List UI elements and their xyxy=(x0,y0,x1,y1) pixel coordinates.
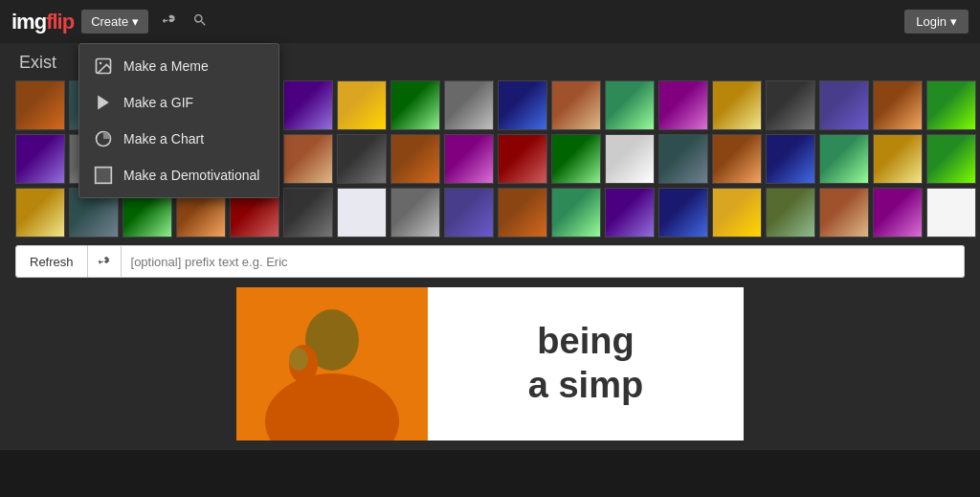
header: imgflip Create ▾ Login ▾ xyxy=(0,0,980,43)
template-thumb[interactable] xyxy=(283,80,333,130)
svg-rect-4 xyxy=(96,168,112,184)
create-caret-icon: ▾ xyxy=(132,14,139,29)
menu-item-gif-label: Make a GIF xyxy=(123,95,193,110)
svg-point-1 xyxy=(100,62,102,65)
create-label: Create xyxy=(91,14,128,29)
template-thumb[interactable] xyxy=(926,188,976,237)
search-icon xyxy=(192,12,208,28)
template-thumb[interactable] xyxy=(444,188,494,237)
create-button[interactable]: Create ▾ xyxy=(81,10,148,34)
template-thumb[interactable] xyxy=(337,188,387,237)
login-button[interactable]: Login ▾ xyxy=(904,10,969,34)
template-thumb[interactable] xyxy=(605,188,655,237)
shuffle-refresh-button[interactable] xyxy=(88,245,122,278)
meme-image xyxy=(236,287,428,441)
template-thumb[interactable] xyxy=(873,134,923,184)
template-thumb[interactable] xyxy=(712,188,762,237)
menu-item-meme-label: Make a Meme xyxy=(123,58,209,74)
template-thumb[interactable] xyxy=(819,80,869,130)
menu-item-chart-label: Make a Chart xyxy=(123,131,204,147)
shuffle-header-button[interactable] xyxy=(156,9,183,35)
login-caret-icon: ▾ xyxy=(950,14,957,29)
menu-item-meme[interactable]: Make a Meme xyxy=(79,48,278,84)
menu-item-demotivational[interactable]: Make a Demotivational xyxy=(79,157,278,193)
template-thumb[interactable] xyxy=(390,188,440,237)
template-thumb[interactable] xyxy=(766,134,815,184)
meme-caption-line1: being xyxy=(537,321,634,361)
create-dropdown-menu: Make a Meme Make a GIF Make a Chart Make… xyxy=(78,43,279,198)
template-thumb[interactable] xyxy=(605,134,655,184)
logo-img-part: img xyxy=(11,10,46,34)
template-thumb[interactable] xyxy=(766,188,815,237)
template-thumb[interactable] xyxy=(926,134,976,184)
logo[interactable]: imgflip xyxy=(11,10,74,34)
template-thumb[interactable] xyxy=(551,188,601,237)
template-thumb[interactable] xyxy=(15,134,65,184)
shuffle-icon xyxy=(162,12,177,28)
template-thumb[interactable] xyxy=(658,188,708,237)
template-thumb[interactable] xyxy=(498,80,547,130)
menu-item-gif[interactable]: Make a GIF xyxy=(79,84,278,121)
template-thumb[interactable] xyxy=(283,188,333,237)
drake-svg xyxy=(236,287,428,441)
logo-flip-part: flip xyxy=(46,10,74,34)
template-thumb[interactable] xyxy=(873,80,923,130)
template-thumb[interactable] xyxy=(337,134,387,184)
template-thumb[interactable] xyxy=(498,188,547,237)
refresh-bar: Refresh xyxy=(15,245,965,278)
template-thumb[interactable] xyxy=(15,188,65,237)
template-thumb[interactable] xyxy=(819,134,869,184)
meme-caption-line2: a simp xyxy=(528,365,643,405)
film-icon xyxy=(93,92,114,113)
svg-point-9 xyxy=(289,348,308,371)
meme-caption: being a simp xyxy=(528,320,643,407)
menu-item-chart[interactable]: Make a Chart xyxy=(79,121,278,157)
template-thumb[interactable] xyxy=(712,80,762,130)
template-thumb[interactable] xyxy=(658,80,708,130)
image-icon xyxy=(93,56,114,77)
template-thumb[interactable] xyxy=(444,80,494,130)
template-thumb[interactable] xyxy=(766,80,815,130)
template-thumb[interactable] xyxy=(551,80,601,130)
search-button[interactable] xyxy=(187,9,213,35)
prefix-input[interactable] xyxy=(122,245,965,278)
template-thumb[interactable] xyxy=(873,188,923,237)
menu-item-demotivational-label: Make a Demotivational xyxy=(123,168,259,183)
svg-marker-2 xyxy=(98,96,109,110)
template-thumb[interactable] xyxy=(658,134,708,184)
shuffle-refresh-icon xyxy=(98,255,111,268)
logo-text: imgflip xyxy=(11,10,74,34)
refresh-button[interactable]: Refresh xyxy=(15,245,88,278)
template-thumb[interactable] xyxy=(390,80,440,130)
template-thumb[interactable] xyxy=(712,134,762,184)
chart-icon xyxy=(93,128,114,149)
template-thumb[interactable] xyxy=(926,80,976,130)
meme-preview: being a simp xyxy=(236,287,744,441)
template-thumb[interactable] xyxy=(337,80,387,130)
template-thumb[interactable] xyxy=(819,188,869,237)
meme-text-area: being a simp xyxy=(428,287,744,441)
template-thumb[interactable] xyxy=(390,134,440,184)
template-thumb[interactable] xyxy=(15,80,65,130)
template-thumb[interactable] xyxy=(498,134,547,184)
template-thumb[interactable] xyxy=(444,134,494,184)
template-thumb[interactable] xyxy=(605,80,655,130)
login-label: Login xyxy=(916,14,947,29)
square-icon xyxy=(93,165,114,186)
template-thumb[interactable] xyxy=(551,134,601,184)
template-thumb[interactable] xyxy=(283,134,333,184)
